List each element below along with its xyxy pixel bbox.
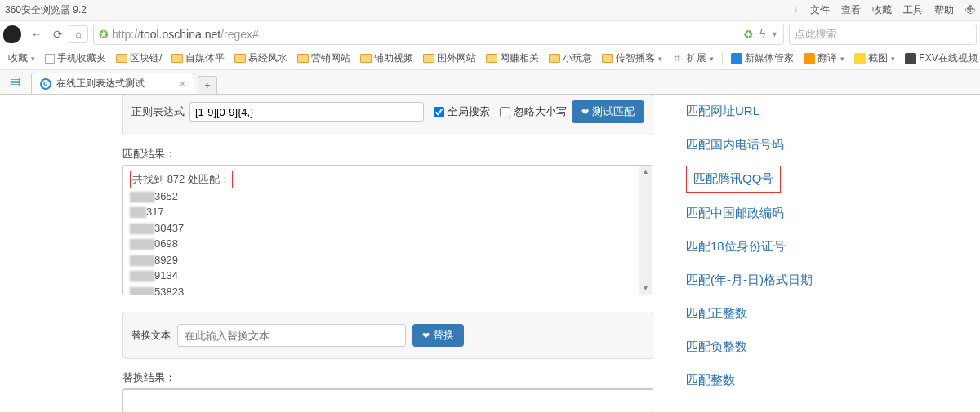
- link-int[interactable]: 匹配整数: [686, 364, 947, 397]
- separator: [722, 52, 723, 65]
- link-posint[interactable]: 匹配正整数: [686, 297, 947, 330]
- match-value: 0698: [154, 237, 178, 250]
- tab-regex[interactable]: 在线正则表达式测试 ×: [31, 73, 194, 94]
- folder-icon: [423, 54, 434, 63]
- window-titlebar: 360安全浏览器 9.2 〉 文件 查看 收藏 工具 帮助 🕁: [0, 0, 980, 21]
- replace-button[interactable]: 替换: [412, 324, 464, 347]
- ignorecase-checkbox[interactable]: [500, 107, 510, 117]
- match-value: 30437: [154, 222, 184, 234]
- menu-help[interactable]: 帮助: [934, 3, 954, 17]
- ext-icon: [905, 53, 916, 64]
- back-button[interactable]: ←: [26, 24, 47, 45]
- bookmark-folder-3[interactable]: 易经风水: [229, 51, 292, 65]
- ext-fxv[interactable]: FXV在线视频: [900, 51, 980, 65]
- folder-icon: [172, 54, 183, 63]
- match-value: 317: [146, 206, 164, 218]
- match-result-label: 匹配结果：: [122, 147, 653, 162]
- extensions-icon: ⌗: [674, 51, 680, 65]
- bookmark-folder-6[interactable]: 国外网站: [418, 51, 481, 65]
- folder-icon: [360, 54, 372, 63]
- tab-title: 在线正则表达式测试: [56, 77, 145, 91]
- replace-result-box[interactable]: [122, 388, 653, 412]
- match-value: 8929: [154, 254, 178, 266]
- menu-view[interactable]: 查看: [841, 3, 861, 17]
- folder-icon: [549, 54, 560, 63]
- bookmark-folder-7[interactable]: 网赚相关: [481, 51, 544, 65]
- site-icon: ✪: [99, 28, 109, 41]
- home-button[interactable]: ⌂: [69, 25, 88, 43]
- folder-icon: [234, 54, 246, 63]
- link-date[interactable]: 匹配(年-月-日)格式日期: [686, 264, 947, 297]
- menu-file[interactable]: 文件: [810, 3, 830, 17]
- search-input[interactable]: 点此搜索: [789, 24, 977, 45]
- replace-panel: 替换文本 替换: [122, 312, 653, 359]
- bookmark-folder-1[interactable]: 区块链/: [111, 51, 167, 65]
- match-value: 53823: [154, 286, 184, 296]
- ext-expand[interactable]: 扩展▾: [682, 51, 719, 65]
- sidebar-links: 匹配网址URL 匹配国内电话号码 匹配腾讯QQ号 匹配中国邮政编码 匹配18位身…: [653, 95, 947, 412]
- link-negint[interactable]: 匹配负整数: [686, 330, 947, 364]
- tab-favicon: [40, 78, 51, 90]
- bookmark-folder-5[interactable]: 辅助视频: [355, 51, 418, 65]
- bookmark-folder-2[interactable]: 自媒体平: [167, 51, 229, 65]
- chevron-right-icon: 〉: [794, 5, 802, 16]
- bookmarks-bar: 收藏▾ 手机收藏夹 区块链/ 自媒体平 易经风水 营销网站 辅助视频 国外网站 …: [0, 47, 980, 70]
- menu-tools[interactable]: 工具: [903, 3, 923, 17]
- url-input[interactable]: ✪ http://tool.oschina.net/regex# ♻ ϟ ▼: [93, 24, 784, 45]
- regex-input[interactable]: [189, 102, 424, 122]
- replace-result-label: 替换结果：: [122, 370, 653, 385]
- bookmark-folder-4[interactable]: 营销网站: [292, 51, 355, 65]
- address-bar-row: ← ⟳ ⌂ ✪ http://tool.oschina.net/regex# ♻…: [0, 21, 980, 47]
- global-checkbox[interactable]: [434, 107, 444, 117]
- ignorecase-label: 忽略大小写: [514, 104, 567, 119]
- bookmark-phone[interactable]: 手机收藏夹: [40, 51, 111, 65]
- browser-logo-icon: [3, 25, 21, 43]
- regex-label: 正则表达式: [131, 104, 185, 119]
- replace-label: 替换文本: [131, 329, 171, 343]
- link-idcard[interactable]: 匹配18位身份证号: [686, 230, 947, 264]
- tab-close-icon[interactable]: ×: [180, 78, 185, 90]
- folder-icon: [116, 54, 127, 63]
- ext-icon: [804, 53, 815, 64]
- match-count-highlight: 共找到 872 处匹配：: [130, 171, 233, 188]
- folder-icon: [297, 54, 309, 63]
- test-match-button[interactable]: 测试匹配: [572, 100, 644, 123]
- replace-input[interactable]: [177, 324, 406, 347]
- search-placeholder: 点此搜索: [795, 27, 837, 42]
- browser-title: 360安全浏览器 9.2: [5, 3, 794, 17]
- tabs-menu-icon[interactable]: ▤: [10, 74, 24, 89]
- ext-newmedia[interactable]: 新媒体管家: [726, 51, 799, 65]
- ext-icon: [731, 53, 742, 64]
- new-tab-button[interactable]: +: [198, 76, 217, 94]
- ext-screenshot[interactable]: 截图▾: [849, 51, 900, 65]
- ext-translate[interactable]: 翻译▾: [799, 51, 849, 65]
- menu-more-icon[interactable]: 🕁: [965, 3, 975, 17]
- menu-favorites[interactable]: 收藏: [872, 3, 892, 17]
- bookmark-folder-8[interactable]: 小玩意: [544, 51, 597, 65]
- folder-icon: [486, 54, 497, 63]
- tab-bar: ▤ 在线正则表达式测试 × +: [0, 70, 980, 95]
- match-value: 3652: [154, 190, 178, 202]
- bolt-icon[interactable]: ϟ: [759, 28, 766, 41]
- url-text: http://tool.oschina.net/regex#: [112, 28, 259, 41]
- link-qq[interactable]: 匹配腾讯QQ号: [686, 166, 781, 193]
- match-result-box[interactable]: 共找到 872 处匹配： ▇▇▇3652 ▇▇317 ▇▇▇30437 ▇▇▇0…: [122, 165, 653, 295]
- link-url[interactable]: 匹配网址URL: [686, 95, 947, 128]
- bookmark-folder-9[interactable]: 传智播客▾: [597, 51, 667, 65]
- page-content: 正则表达式 全局搜索 忽略大小写 测试匹配 匹配结果： 共找到 872 处匹配：…: [0, 95, 980, 412]
- app-menus: 文件 查看 收藏 工具 帮助 🕁: [810, 3, 975, 17]
- match-value: 9134: [154, 269, 178, 281]
- regex-panel: 正则表达式 全局搜索 忽略大小写 测试匹配: [122, 95, 653, 135]
- reload-button[interactable]: ⟳: [47, 24, 69, 45]
- link-phone[interactable]: 匹配国内电话号码: [686, 128, 947, 162]
- link-postcode[interactable]: 匹配中国邮政编码: [686, 197, 947, 230]
- ext-icon: [854, 53, 866, 64]
- bookmark-favorites[interactable]: 收藏▾: [3, 51, 40, 65]
- global-label: 全局搜索: [448, 104, 490, 119]
- scrollbar[interactable]: [639, 166, 652, 294]
- recycle-icon[interactable]: ♻: [743, 28, 754, 41]
- phone-icon: [45, 54, 55, 64]
- folder-icon: [602, 54, 613, 63]
- dropdown-icon[interactable]: ▼: [771, 30, 778, 38]
